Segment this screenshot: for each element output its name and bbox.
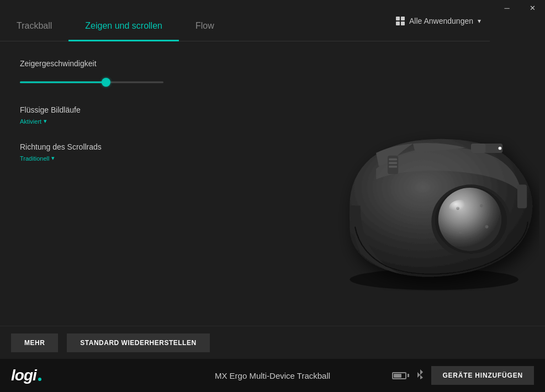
- scroll-wheel-line2: [389, 162, 397, 164]
- logi-logo: logi: [11, 367, 41, 384]
- close-button[interactable]: ✕: [520, 0, 545, 15]
- add-device-button[interactable]: GERÄTE HINZUFÜGEN: [431, 366, 534, 385]
- device-name: MX Ergo Multi-Device Trackball: [215, 371, 330, 380]
- trackball-image-area: [302, 41, 545, 359]
- smooth-scroll-value: Aktiviert: [20, 118, 41, 125]
- status-bar: logi MX Ergo Multi-Device Trackball GERÄ…: [0, 359, 545, 392]
- scroll-wheel-line1: [389, 158, 397, 160]
- smooth-scroll-chevron: ▾: [44, 118, 47, 125]
- side-button: [517, 184, 527, 208]
- scroll-wheel-line3: [389, 166, 397, 168]
- ball-shine: [449, 200, 472, 217]
- tab-zeigen[interactable]: Zeigen und scrollen: [68, 21, 179, 41]
- slider-thumb[interactable]: [102, 78, 110, 87]
- battery-tip: [408, 374, 409, 377]
- trackball-ball: [438, 188, 502, 251]
- tab-flow[interactable]: Flow: [179, 21, 231, 41]
- app-selector-label: Alle Anwendungen: [409, 17, 473, 25]
- grid-icon: [396, 17, 405, 25]
- battery-icon: [392, 372, 409, 379]
- minimize-button[interactable]: ─: [494, 0, 520, 15]
- scroll-direction-value: Traditionell: [20, 155, 49, 162]
- slider-track: [20, 82, 163, 83]
- mehr-button[interactable]: MEHR: [11, 333, 58, 352]
- slider-fill: [20, 82, 106, 83]
- status-right: GERÄTE HINZUFÜGEN: [392, 366, 534, 385]
- top-button1a: [471, 143, 486, 152]
- logi-dot: [38, 378, 41, 381]
- app-selector[interactable]: Alle Anwendungen ▾: [387, 0, 490, 41]
- window-controls: ─ ✕: [494, 0, 545, 15]
- logi-logo-text: logi: [11, 367, 36, 384]
- tab-trackball[interactable]: Trackball: [0, 21, 68, 41]
- trackball-svg: [308, 107, 539, 294]
- battery-fill: [394, 374, 401, 378]
- app-selector-chevron: ▾: [478, 17, 481, 25]
- tab-bar: Trackball Zeigen und scrollen Flow Alle …: [0, 0, 490, 41]
- battery-body: [392, 372, 406, 379]
- action-bar: MEHR STANDARD WIEDERHERSTELLEN: [0, 326, 545, 359]
- led-dot: [499, 146, 502, 150]
- ball-dot2: [480, 204, 483, 207]
- scroll-direction-chevron: ▾: [51, 155, 55, 162]
- bluetooth-icon: [416, 369, 425, 383]
- pointer-speed-slider[interactable]: [20, 77, 163, 88]
- reset-button[interactable]: STANDARD WIEDERHERSTELLEN: [67, 333, 209, 352]
- ball-dot3: [485, 225, 489, 228]
- ball-dot4: [459, 230, 462, 234]
